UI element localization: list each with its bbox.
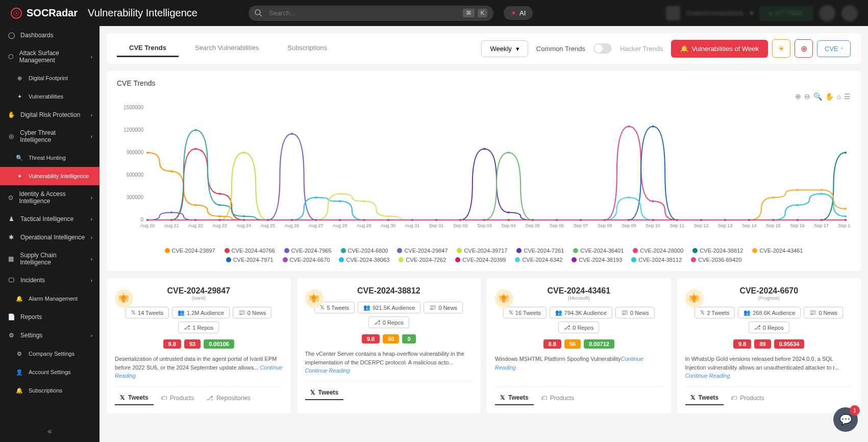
ai-button[interactable]: ✦ AI: [504, 6, 533, 20]
sidebar-item[interactable]: ✋Digital Risk Protection›: [0, 106, 100, 124]
sidebar-item[interactable]: ✦Vulnerabilities: [0, 87, 100, 106]
legend-item[interactable]: CVE-2024-29847: [397, 248, 448, 254]
svg-point-512: [628, 197, 630, 199]
sidebar-item[interactable]: 🔔Alarm Management: [0, 289, 100, 308]
legend-item[interactable]: CVE-2024-20399: [455, 257, 506, 263]
legend-item[interactable]: CVE-2024-7971: [226, 257, 274, 263]
news-badge[interactable]: 📰0 News: [804, 307, 843, 318]
legend-item[interactable]: CVE-2024-7261: [516, 248, 564, 254]
sidebar-item[interactable]: 🖵Incidents›: [0, 271, 100, 289]
collapse-button[interactable]: «: [0, 421, 100, 442]
news-badge[interactable]: 📰0 News: [233, 307, 272, 318]
sidebar-item[interactable]: ⚙Settings›: [0, 326, 100, 345]
legend-item[interactable]: CVE-2024-40766: [225, 248, 275, 254]
continue-reading[interactable]: Continue Reading: [685, 373, 730, 379]
chevron-icon: ›: [91, 256, 92, 262]
legend-item[interactable]: CVE-2024-38063: [339, 257, 389, 263]
legend-item[interactable]: CVE-2024-38193: [572, 257, 622, 263]
sidebar-item[interactable]: 🔔Subscriptions: [0, 381, 100, 400]
pan-icon[interactable]: ✋: [825, 92, 834, 101]
svg-text:Sep 08: Sep 08: [598, 223, 612, 228]
menu-icon[interactable]: ☰: [844, 92, 851, 101]
continue-reading[interactable]: Continue Reading: [495, 356, 643, 371]
sidebar-item[interactable]: ♟Tactical Intelligence›: [0, 210, 100, 228]
legend-item[interactable]: CVE-2024-6670: [283, 257, 330, 263]
sidebar-item[interactable]: ⚙Company Settings: [0, 345, 100, 363]
trends-toggle[interactable]: [593, 43, 612, 54]
svg-text:Aug 28: Aug 28: [333, 223, 348, 228]
home-icon[interactable]: ⌂: [837, 92, 841, 101]
cve-button[interactable]: CVE +: [817, 40, 851, 57]
sidebar-item[interactable]: ◎Cyber Threat Intelligence›: [0, 124, 100, 149]
repos-badge[interactable]: ⎇1 Repos: [178, 322, 219, 333]
legend-item[interactable]: CVE-2024-38112: [631, 257, 682, 263]
sidebar-item[interactable]: ⊕Digital Footprint: [0, 69, 100, 87]
audience-badge[interactable]: 👥268.6K Audience: [738, 307, 801, 318]
logo[interactable]: SOCRadar: [10, 7, 78, 19]
add-button[interactable]: ⊕: [795, 39, 813, 58]
sun-button[interactable]: ☀: [772, 39, 790, 58]
tweets-badge[interactable]: 𝕏14 Tweets: [126, 307, 169, 318]
legend-item[interactable]: CVE-2024-6800: [341, 248, 388, 254]
tab[interactable]: CVE Trends: [117, 40, 179, 57]
sidebar-item[interactable]: ⊙Identity & Access Intelligence›: [0, 185, 100, 210]
card-tab[interactable]: 🏷Products: [156, 391, 199, 405]
sidebar-item[interactable]: 👤Account Settings: [0, 363, 100, 381]
card-tab[interactable]: 𝕏Tweets: [495, 391, 534, 405]
legend-item[interactable]: CVE-2024-28000: [633, 248, 683, 254]
search-input[interactable]: [249, 6, 493, 21]
audience-badge[interactable]: 👥794.3K Audience: [550, 307, 612, 318]
card-tab[interactable]: 🏷Products: [536, 391, 579, 405]
vulnerabilities-of-week-button[interactable]: 🔔 Vulnerabilities of Week: [671, 40, 768, 58]
audience-badge[interactable]: 👥1.2M Audience: [172, 307, 230, 318]
audience-badge[interactable]: 👥921.5K Audience: [358, 302, 420, 313]
trial-button[interactable]: ●ATT TRIAL: [760, 6, 813, 20]
legend-item[interactable]: CVE-2024-43461: [752, 248, 803, 254]
card-tab[interactable]: 𝕏Tweets: [115, 391, 154, 405]
legend-item[interactable]: CVE-2036-69420: [691, 257, 741, 263]
reset-zoom-icon[interactable]: 🔍: [813, 92, 822, 101]
sidebar-item[interactable]: 📄Reports: [0, 308, 100, 326]
sidebar-item[interactable]: ✱Operational Intelligence›: [0, 228, 100, 247]
svg-text:Aug 27: Aug 27: [309, 223, 324, 228]
tweets-badge[interactable]: 𝕏2 Tweets: [695, 307, 735, 318]
legend-item[interactable]: CVE-2024-23897: [165, 248, 215, 254]
period-dropdown[interactable]: Weekly ▾: [481, 40, 528, 57]
zoom-in-icon[interactable]: ⊕: [795, 92, 801, 101]
sidebar-item-label: Digital Risk Protection: [20, 111, 80, 118]
notification-icon[interactable]: [819, 5, 835, 21]
sidebar-item[interactable]: 🔍Threat Hunting: [0, 149, 100, 167]
continue-reading[interactable]: Continue Reading: [305, 367, 350, 374]
legend-item[interactable]: CVE-2024-38812: [692, 248, 743, 254]
legend-item[interactable]: CVE-2024-39717: [457, 248, 507, 254]
tab[interactable]: Subscriptions: [275, 40, 339, 57]
card-tab[interactable]: 🏷Products: [726, 391, 769, 405]
continue-reading[interactable]: Continue Reading: [115, 364, 282, 379]
sidebar-item[interactable]: ◯Dashboards: [0, 26, 100, 44]
org-avatar[interactable]: [666, 6, 680, 20]
card-tab[interactable]: 𝕏Tweets: [685, 391, 724, 405]
zoom-out-icon[interactable]: ⊖: [804, 92, 810, 101]
sidebar-item[interactable]: ▦Supply Chain Intelligence›: [0, 247, 100, 271]
user-avatar[interactable]: [841, 5, 858, 21]
repos-badge[interactable]: ⎇0 Repos: [368, 316, 409, 328]
chevron-icon: ›: [91, 134, 92, 139]
nav-icon: 🖵: [7, 276, 15, 284]
chat-fab[interactable]: 💬 1: [833, 407, 858, 432]
repos-badge[interactable]: ⎇0 Repos: [558, 322, 599, 333]
news-badge[interactable]: 📰0 News: [424, 302, 463, 313]
legend-item[interactable]: CVE-2024-36401: [573, 248, 624, 254]
tweets-badge[interactable]: 𝕏16 Tweets: [503, 307, 547, 318]
org-name[interactable]: GreenAnimalsBank: [686, 9, 743, 17]
legend-item[interactable]: CVE-2024-7262: [399, 257, 446, 263]
card-tab[interactable]: ⎇Repositories: [201, 391, 256, 405]
legend-item[interactable]: CVE-2024-6342: [515, 257, 562, 263]
legend-item[interactable]: CVE-2024-7965: [284, 248, 332, 254]
tab[interactable]: Search Vulnerabilities: [183, 40, 271, 57]
repos-badge[interactable]: ⎇0 Repos: [749, 322, 789, 333]
legend-dot: [341, 248, 346, 253]
card-tab[interactable]: 𝕏Tweets: [305, 386, 344, 400]
news-badge[interactable]: 📰0 News: [615, 307, 655, 318]
sidebar-item[interactable]: ✦Vulnerability Intelligence: [0, 167, 100, 185]
sidebar-item[interactable]: ⬡Attack Surface Management›: [0, 44, 100, 69]
